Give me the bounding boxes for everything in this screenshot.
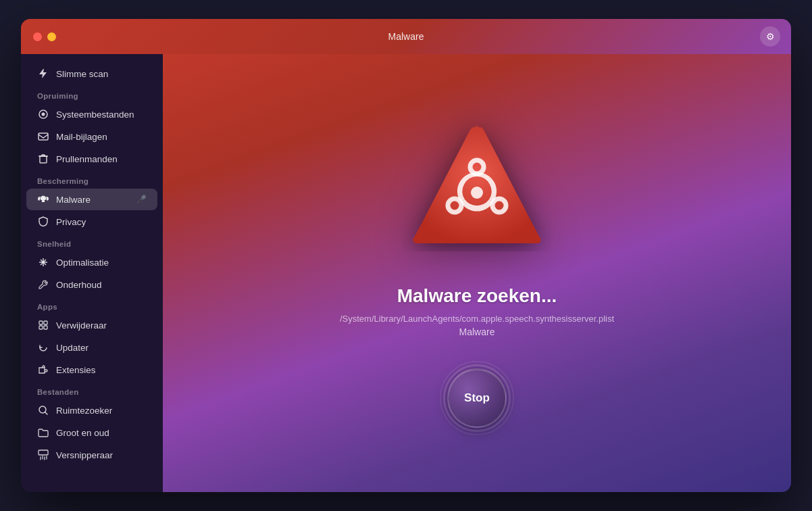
stop-button[interactable]: Stop (447, 368, 507, 428)
wrench-icon (37, 278, 49, 291)
svg-rect-2 (39, 133, 48, 140)
sidebar-item-versnipperaar[interactable]: Versnipperaar (26, 444, 157, 466)
svg-rect-10 (39, 326, 43, 329)
scan-title: Malware zoeken... (397, 285, 557, 307)
sidebar-label: Ruimtezoeker (56, 406, 112, 416)
malware-badge: 🎤 (136, 195, 147, 204)
scan-type: Malware (459, 326, 495, 337)
biohazard-triangle-icon (403, 115, 551, 264)
system-icon (37, 108, 49, 120)
folder-icon (37, 427, 49, 439)
section-label-snelheid: Snelheid (21, 233, 163, 251)
sidebar-label: Extensies (56, 365, 96, 375)
sidebar-label: Groot en oud (56, 428, 109, 438)
sidebar-item-slimme-scan[interactable]: Slimme scan (26, 63, 157, 84)
close-button[interactable] (33, 32, 42, 41)
update-icon (37, 341, 49, 354)
svg-rect-9 (44, 321, 47, 324)
sidebar-label: Mail-bijlagen (56, 132, 107, 142)
sidebar-item-mail-bijlagen[interactable]: Mail-bijlagen (26, 126, 157, 147)
mail-icon (37, 130, 49, 143)
sidebar-item-systeembestanden[interactable]: Systeembestanden (26, 103, 157, 125)
scan-path: /System/Library/LaunchAgents/com.apple.s… (340, 314, 614, 324)
sidebar-label: Verwijderaar (56, 320, 107, 331)
sidebar-item-privacy[interactable]: Privacy (26, 211, 157, 233)
svg-rect-3 (40, 156, 47, 163)
sidebar-label: Optimalisatie (56, 258, 109, 268)
window-title: Malware (388, 31, 424, 42)
uninstall-icon (37, 319, 49, 331)
svg-rect-13 (39, 450, 48, 455)
sidebar-item-optimalisatie[interactable]: Optimalisatie (26, 251, 157, 273)
settings-button[interactable]: ⚙ (760, 26, 780, 47)
minimize-button[interactable] (47, 32, 56, 41)
titlebar: Malware ⚙ (21, 19, 791, 54)
sidebar-item-prullenmanden[interactable]: Prullenmanden (26, 148, 157, 170)
sidebar-item-malware[interactable]: Malware 🎤 (26, 189, 157, 210)
svg-point-1 (42, 113, 45, 116)
sidebar-item-onderhoud[interactable]: Onderhoud (26, 274, 157, 295)
biohazard-icon (37, 193, 49, 205)
biohazard-icon-container (403, 115, 551, 264)
svg-point-18 (471, 187, 483, 199)
space-icon (37, 404, 49, 416)
app-window: Malware ⚙ Slimme scan Opruiming (21, 19, 791, 492)
section-label-bestanden: Bestanden (21, 381, 163, 399)
optimize-icon (37, 256, 49, 268)
svg-rect-8 (39, 321, 43, 324)
sidebar-item-groot-en-oud[interactable]: Groot en oud (26, 422, 157, 443)
lightning-icon (37, 68, 49, 80)
section-label-apps: Apps (21, 296, 163, 314)
sidebar: Slimme scan Opruiming Systeembestanden (21, 54, 163, 492)
window-controls (33, 32, 70, 41)
sidebar-item-updater[interactable]: Updater (26, 337, 157, 358)
shredder-icon (37, 449, 49, 461)
sidebar-label: Malware (56, 195, 91, 205)
sidebar-label: Onderhoud (56, 280, 102, 290)
section-label-opruiming: Opruiming (21, 85, 163, 103)
sidebar-label: Versnipperaar (56, 450, 113, 460)
content-panel: Malware zoeken... /System/Library/Launch… (163, 54, 791, 492)
sidebar-item-ruimtezoeker[interactable]: Ruimtezoeker (26, 399, 157, 421)
sidebar-label: Slimme scan (56, 69, 108, 79)
trash-icon (37, 153, 49, 165)
svg-rect-11 (44, 326, 47, 329)
main-area: Slimme scan Opruiming Systeembestanden (21, 54, 791, 492)
sidebar-label: Privacy (56, 217, 86, 227)
sidebar-label: Updater (56, 343, 88, 353)
sidebar-label: Systeembestanden (56, 110, 134, 120)
sidebar-item-extensies[interactable]: Extensies (26, 359, 157, 381)
section-label-bescherming: Bescherming (21, 170, 163, 188)
gear-icon: ⚙ (766, 31, 775, 42)
privacy-icon (37, 216, 49, 228)
stop-button-container: Stop (443, 364, 511, 432)
sidebar-item-verwijderaar[interactable]: Verwijderaar (26, 314, 157, 336)
sidebar-label: Prullenmanden (56, 154, 118, 164)
extension-icon (37, 364, 49, 376)
